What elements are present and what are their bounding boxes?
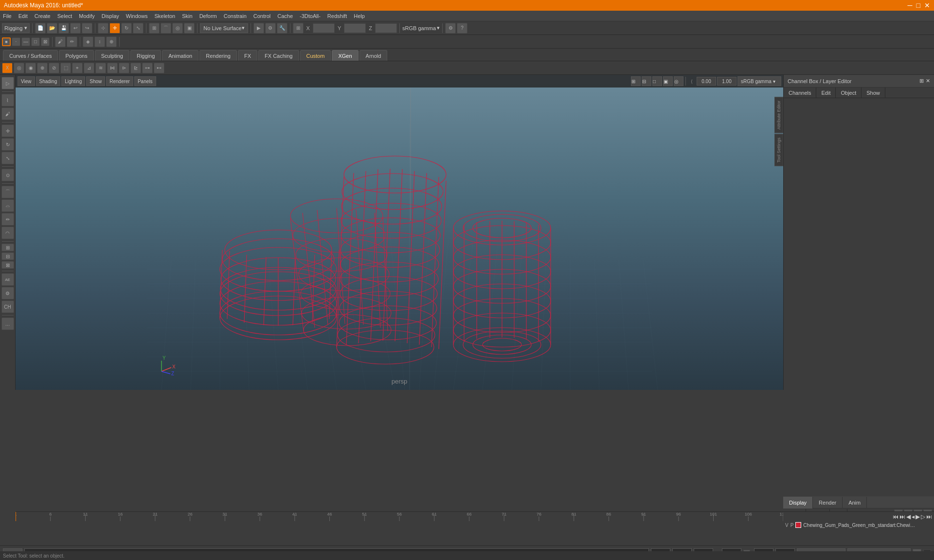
close-panel-icon[interactable]: ✕ <box>926 78 930 84</box>
scale-tool-left[interactable]: ⤡ <box>1 152 14 164</box>
snap-curve-btn[interactable]: ⌒ <box>161 23 171 34</box>
ipr-btn[interactable]: ⚙ <box>265 23 276 34</box>
coord-z-input[interactable] <box>375 23 397 33</box>
timeline-canvas[interactable] <box>16 512 783 521</box>
select-tool-left[interactable]: ▷ <box>1 77 14 89</box>
no-live-surface-dropdown[interactable]: No Live Surface ▾ <box>200 23 248 33</box>
tab-arnold[interactable]: Arnold <box>359 50 388 61</box>
ik-btn[interactable]: ↕ <box>94 36 105 47</box>
menu-control[interactable]: Control <box>253 13 270 19</box>
vertex-mode-btn[interactable]: · <box>12 37 20 46</box>
pb-first[interactable]: ⏮ <box>893 513 898 520</box>
display-mode-1[interactable]: ⊞ <box>1 244 14 251</box>
settings-btn[interactable]: ⚙ <box>445 23 456 34</box>
move-tool-btn[interactable]: ✛ <box>109 23 120 34</box>
redo-btn[interactable]: ↪ <box>82 23 92 34</box>
layer-p-label[interactable]: P <box>790 523 794 528</box>
layer-v-label[interactable]: V <box>785 523 789 528</box>
ep-curve-tool[interactable]: ⌓ <box>1 199 14 212</box>
rotate-tool-btn[interactable]: ↻ <box>121 23 132 34</box>
move-tool-left[interactable]: ✛ <box>1 124 14 137</box>
shelf-icon-7[interactable]: ⌖ <box>72 63 83 73</box>
soft-mod-tool[interactable]: ⊙ <box>1 169 14 181</box>
viewport-3d[interactable]: View Shading Lighting Show Renderer Pane… <box>16 75 783 390</box>
pb-play-back[interactable]: ◂ <box>912 513 915 520</box>
menu-deform[interactable]: Deform <box>199 13 217 19</box>
select-tool-btn[interactable]: ⊹ <box>98 23 108 34</box>
shelf-icon-6[interactable]: ⬚ <box>60 63 71 73</box>
joints-btn[interactable]: ◈ <box>83 36 93 47</box>
undo-btn[interactable]: ↩ <box>70 23 81 34</box>
pb-last[interactable]: ⏭ <box>926 513 932 520</box>
menu-edit[interactable]: Edit <box>18 13 28 19</box>
snap-surface-btn[interactable]: ▣ <box>184 23 195 34</box>
menu-windows[interactable]: Windows <box>126 13 148 19</box>
menu-skin[interactable]: Skin <box>182 13 192 19</box>
help-btn[interactable]: ? <box>457 23 467 34</box>
snap-grid-btn[interactable]: ⊞ <box>149 23 160 34</box>
tab-fx[interactable]: FX <box>238 50 257 61</box>
snap-point-btn[interactable]: ◎ <box>172 23 183 34</box>
edge-mode-btn[interactable]: — <box>21 37 30 46</box>
shelf-icon-2[interactable]: ◎ <box>14 63 24 73</box>
menu-create[interactable]: Create <box>35 13 51 19</box>
display-mode-2[interactable]: ⊟ <box>1 252 14 260</box>
shelf-icon-9[interactable]: ≋ <box>95 63 106 73</box>
menu-cache[interactable]: Cache <box>277 13 293 19</box>
pencil-tool[interactable]: ✏ <box>1 213 14 226</box>
attr-editor-btn[interactable]: AE <box>1 273 14 286</box>
cluster-btn[interactable]: ⊕ <box>106 36 117 47</box>
layers-tab-anim[interactable]: Anim <box>843 497 867 508</box>
maximize-btn[interactable]: □ <box>916 1 920 9</box>
expand-icon[interactable]: ⊞ <box>919 78 924 84</box>
tab-rendering[interactable]: Rendering <box>199 50 237 61</box>
shelf-icon-4[interactable]: ⊕ <box>37 63 48 73</box>
channel-box-btn[interactable]: CH <box>1 300 14 313</box>
pb-next[interactable]: ▷ <box>921 513 925 520</box>
save-file-btn[interactable]: 💾 <box>58 23 69 34</box>
tab-custom[interactable]: Custom <box>300 50 331 61</box>
attr-editor-tab[interactable]: Attribute Editor <box>774 97 783 133</box>
menu-file[interactable]: File <box>3 13 12 19</box>
layers-tab-display[interactable]: Display <box>783 497 813 508</box>
gamma-selector[interactable]: sRGB gamma ▾ <box>402 25 440 31</box>
sculpt-btn[interactable]: ✏ <box>67 36 77 47</box>
new-file-btn[interactable]: 📄 <box>35 23 46 34</box>
shelf-icon-3[interactable]: ◉ <box>25 63 36 73</box>
menu-skeleton[interactable]: Skeleton <box>154 13 175 19</box>
cb-tab-show[interactable]: Show <box>862 88 885 98</box>
arc-tool[interactable]: ◠ <box>1 227 14 239</box>
menu-constrain[interactable]: Constrain <box>224 13 247 19</box>
display-mode-3[interactable]: ⊠ <box>1 261 14 269</box>
pb-play-fwd[interactable]: ▶ <box>916 513 920 520</box>
menu-select[interactable]: Select <box>57 13 72 19</box>
minimize-btn[interactable]: ─ <box>908 1 913 9</box>
shelf-icon-13[interactable]: ⊶ <box>142 63 153 73</box>
tab-xgen[interactable]: XGen <box>332 50 358 61</box>
shelf-icon-1[interactable]: X <box>2 63 13 73</box>
tab-rigging[interactable]: Rigging <box>130 50 161 61</box>
layers-tab-render[interactable]: Render <box>813 497 843 508</box>
menu-3dtoall[interactable]: -3DtoAll- <box>300 13 321 19</box>
paint-btn[interactable]: 🖌 <box>55 36 66 47</box>
face-mode-btn[interactable]: □ <box>31 37 40 46</box>
options-btn[interactable]: … <box>1 317 14 330</box>
tab-animation[interactable]: Animation <box>162 50 198 61</box>
render-btn[interactable]: ▶ <box>253 23 264 34</box>
pb-prev[interactable]: ⏭ <box>899 513 905 520</box>
tab-polygons[interactable]: Polygons <box>59 50 93 61</box>
close-btn[interactable]: ✕ <box>924 1 930 9</box>
coord-x-input[interactable] <box>313 23 335 33</box>
cb-tab-channels[interactable]: Channels <box>784 88 816 98</box>
shelf-icon-11[interactable]: ⊳ <box>119 63 129 73</box>
scale-tool-btn[interactable]: ⤡ <box>133 23 144 34</box>
layer-name[interactable]: Chewing_Gum_Pads_Green_mb_standart:Chewi… <box>803 523 915 528</box>
tab-curves-surfaces[interactable]: Curves / Surfaces <box>3 50 58 61</box>
tab-fx-caching[interactable]: FX Caching <box>258 50 299 61</box>
shelf-icon-5[interactable]: ⊘ <box>49 63 59 73</box>
grid-btn[interactable]: ⊞ <box>293 23 304 34</box>
component-mode-btn[interactable]: ■ <box>2 37 11 46</box>
pb-back[interactable]: ◀ <box>906 513 911 520</box>
tab-sculpting[interactable]: Sculpting <box>95 50 129 61</box>
menu-modify[interactable]: Modify <box>79 13 94 19</box>
